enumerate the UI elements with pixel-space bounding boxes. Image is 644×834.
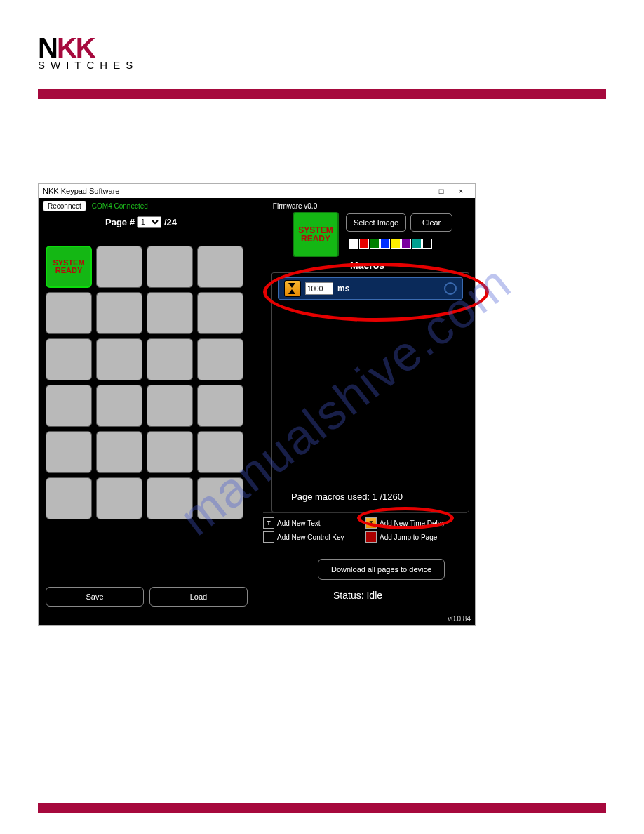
key-20[interactable] [197,431,243,473]
key-grid: SYSTEMREADY [46,246,243,524]
screenshot-window: NKK Keypad Software — □ × Reconnect COM4… [38,183,476,626]
page-dropdown[interactable]: 1 [137,216,161,228]
add-jump-to-page-button[interactable]: Add Jump to Page [365,531,437,543]
key-22[interactable] [96,477,142,519]
text-icon: T [263,517,274,529]
key-21[interactable] [46,477,92,519]
key-11[interactable] [147,338,193,380]
key-19[interactable] [147,431,193,473]
key-9[interactable] [46,338,92,380]
hourglass-icon [284,280,301,297]
page-total: /24 [164,217,177,227]
swatch-blue[interactable] [380,239,390,249]
swatch-yellow[interactable] [391,239,401,249]
version-label: v0.0.84 [448,615,471,623]
status-label: Status: Idle [333,590,382,601]
key-13[interactable] [46,385,92,427]
key-6[interactable] [96,292,142,334]
maximize-button[interactable]: □ [431,187,451,195]
save-button[interactable]: Save [46,587,144,607]
swatch-teal[interactable] [412,239,422,249]
swatch-purple[interactable] [401,239,411,249]
swatch-green[interactable] [370,239,380,249]
key-15[interactable] [147,385,193,427]
control-key-icon [263,531,274,543]
macro-action-row: T Add New Text Add New Control Key ⧗ Add… [263,512,467,516]
key-24[interactable] [197,477,243,519]
swatch-white[interactable] [349,239,358,249]
delete-macro-icon[interactable] [444,282,457,295]
key-2[interactable] [96,246,142,288]
key-14[interactable] [96,385,142,427]
window-title: NKK Keypad Software [43,187,119,195]
select-image-button[interactable]: Select Image [346,213,406,232]
key-5[interactable] [46,292,92,334]
add-new-time-delay-button[interactable]: ⧗ Add New Time Delay [365,517,445,529]
macro-time-delay-row[interactable]: ms [278,277,463,300]
key-12[interactable] [197,338,243,380]
ms-label: ms [337,284,349,293]
page-selector: Page # 1 /24 [105,216,177,228]
key-16[interactable] [197,385,243,427]
key-8[interactable] [197,292,243,334]
macros-used-label: Page macros used: 1 /1260 [291,491,403,502]
clear-button[interactable]: Clear [410,213,452,232]
swatch-black[interactable] [422,239,432,249]
key-preview: SYSTEMREADY [293,212,339,257]
header-divider [38,89,606,99]
key-7[interactable] [147,292,193,334]
load-button[interactable]: Load [149,587,248,607]
reconnect-button[interactable]: Reconnect [43,201,86,211]
close-button[interactable]: × [451,187,471,195]
window-titlebar: NKK Keypad Software — □ × [39,184,475,198]
key-4[interactable] [197,246,243,288]
macros-panel: ms [271,272,469,512]
connection-status: COM4 Connected [92,202,148,210]
delay-input[interactable] [305,282,333,295]
add-new-control-key-button[interactable]: Add New Control Key [263,531,344,543]
key-10[interactable] [96,338,142,380]
key-3[interactable] [147,246,193,288]
brand-logo: NKK SWITCHES [38,35,606,71]
key-18[interactable] [96,431,142,473]
key-1[interactable]: SYSTEMREADY [46,246,92,288]
download-all-pages-button[interactable]: Download all pages to device [318,559,445,580]
macros-heading: Macros [350,260,384,271]
add-new-text-button[interactable]: T Add New Text [263,517,321,529]
hourglass-icon: ⧗ [365,517,377,529]
swatch-red[interactable] [359,239,369,249]
firmware-label: Firmware v0.0 [273,202,317,210]
page-label: Page # [105,217,135,227]
jump-icon [365,531,377,543]
minimize-button[interactable]: — [412,187,431,195]
footer-divider [38,803,606,813]
key-23[interactable] [147,477,193,519]
key-17[interactable] [46,431,92,473]
color-swatches [349,239,432,249]
